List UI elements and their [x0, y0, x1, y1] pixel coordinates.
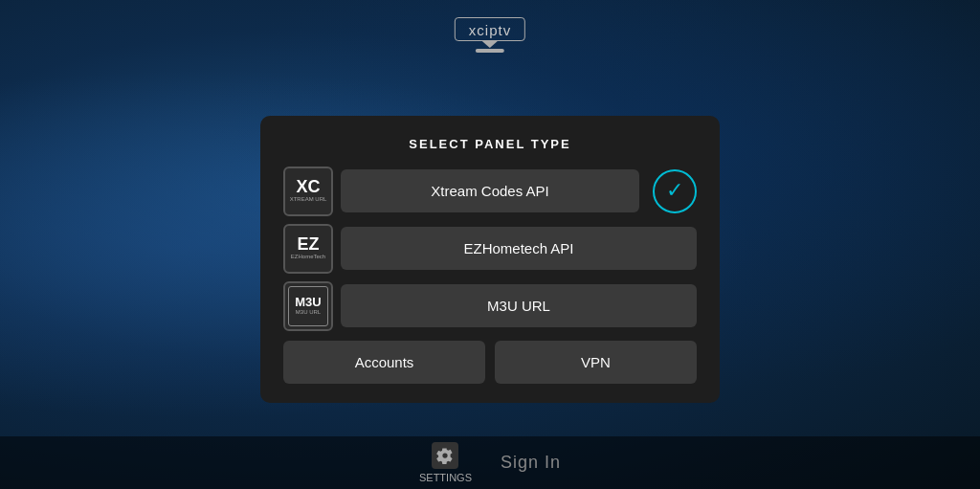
panel-row-ezhometech: EZ EZHomeTech EZHometech API: [283, 224, 697, 274]
check-icon: ✓: [666, 180, 683, 201]
m3u-icon-letter: M3U: [295, 296, 321, 308]
settings-label: SETTINGS: [419, 472, 472, 483]
xtream-icon-letter: XC: [296, 178, 320, 195]
bottom-bar: SETTINGS Sign In: [0, 436, 980, 489]
ezhometech-icon-sub: EZHomeTech: [291, 254, 325, 260]
app-logo: xciptv: [455, 17, 525, 41]
ezhometech-icon: EZ EZHomeTech: [283, 224, 333, 274]
m3u-icon-sub: M3U URL: [296, 309, 321, 316]
xtream-icon-sub: XTREAM URL: [290, 196, 327, 203]
logo-area: xciptv: [455, 17, 525, 53]
app-logo-text: xciptv: [469, 22, 511, 38]
m3u-icon: M3U M3U URL: [283, 281, 333, 331]
ezhometech-icon-letter: EZ: [297, 235, 319, 253]
panel-row-m3u: M3U M3U URL M3U URL: [283, 281, 697, 331]
m3u-inner-box: M3U M3U URL: [288, 286, 328, 326]
settings-item[interactable]: SETTINGS: [419, 442, 472, 483]
modal-title: SELECT PANEL TYPE: [283, 137, 697, 151]
selected-checkmark: ✓: [653, 169, 697, 213]
accounts-button[interactable]: Accounts: [283, 341, 485, 384]
xtream-codes-button[interactable]: Xtream Codes API: [341, 169, 639, 212]
m3u-url-button[interactable]: M3U URL: [341, 284, 697, 327]
ezhometech-button[interactable]: EZHometech API: [341, 227, 697, 270]
sign-in-text[interactable]: Sign In: [501, 453, 561, 473]
xtream-icon: XC XTREAM URL: [283, 167, 333, 216]
gear-icon: [436, 447, 454, 464]
panel-row-xtream: XC XTREAM URL Xtream Codes API ✓: [283, 167, 697, 216]
bottom-buttons-row: Accounts VPN: [283, 341, 697, 384]
settings-icon-box: [432, 442, 458, 469]
vpn-button[interactable]: VPN: [495, 341, 697, 384]
select-panel-modal: SELECT PANEL TYPE XC XTREAM URL Xtream C…: [260, 116, 720, 403]
